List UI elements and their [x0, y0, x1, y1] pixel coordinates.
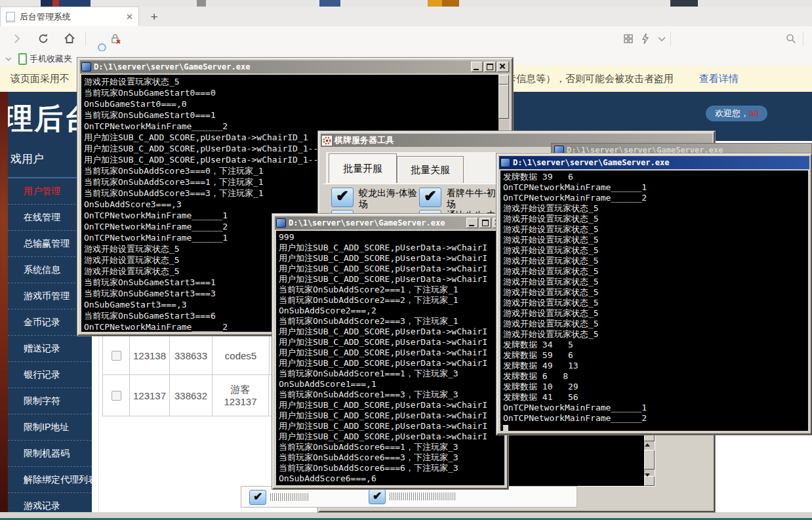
console-log-line: OnSubAddScore6===,6: [279, 473, 504, 484]
console-log-line: 当前玩家OnSubGameStart0===1: [84, 110, 509, 121]
maximize-button[interactable]: [484, 62, 496, 72]
close-button[interactable]: [497, 62, 509, 72]
dialog-title: 棋牌服务器工具: [335, 134, 394, 146]
tab-title: 后台管理系统: [20, 11, 121, 23]
tab-close-icon[interactable]: [126, 13, 133, 20]
sidebar-item[interactable]: 游戏记录: [8, 492, 92, 512]
chevron-down-icon[interactable]: [655, 32, 668, 45]
console-log-line: 发牌数据 49 13: [503, 361, 808, 371]
lightning-icon[interactable]: [639, 32, 652, 45]
console-log-line: 发牌数据 34 5: [503, 340, 808, 350]
home-icon[interactable]: [63, 32, 76, 45]
tab-batch-close[interactable]: 批量关服: [397, 156, 464, 183]
desktop-sliver: [442, 0, 459, 7]
console-a-titlebar[interactable]: D:\1\server\server\GameServer.exe: [80, 60, 510, 73]
view-details-link[interactable]: 查看详情: [699, 73, 739, 85]
tab-bar: 后台管理系统 +: [0, 7, 812, 27]
console-log-line: 用户加注SUB_C_ADD_SCORE,pUserData->wChairI: [279, 400, 504, 410]
game-option-1[interactable]: ✔ 蛟龙出海-体验场: [331, 188, 420, 210]
console-log-line: 用户加注SUB_C_ADD_SCORE,pUserData->wChairI: [279, 410, 504, 421]
maximize-button[interactable]: [479, 218, 491, 228]
console-window-c: D:\1\server\server\GameServer.exe 999用户加…: [272, 214, 508, 489]
desktop-sliver: [197, 0, 206, 7]
checkbox-checked-icon[interactable]: ✔: [419, 188, 441, 207]
console-b-output: 发牌数据 39 6OnTCPNetworkMainFrame______1OnT…: [500, 170, 808, 431]
console-c-titlebar[interactable]: D:\1\server\server\GameServer.exe: [275, 216, 506, 230]
welcome-badge: 欢迎您，ad: [706, 106, 767, 121]
console-log-line: 用户加注SUB_C_ADD_SCORE,pUserData->wChairI: [279, 253, 504, 264]
console-log-line: 用户加注SUB_C_ADD_SCORE,pUserData->wChairI: [279, 243, 504, 253]
scroll-thumb[interactable]: [498, 85, 509, 119]
console-log-line: 发牌数据 41 56: [503, 392, 808, 403]
tab-batch-open[interactable]: 批量开服: [329, 153, 397, 183]
checkbox-checked-icon[interactable]: ✔: [331, 188, 354, 207]
checkbox-checked-icon[interactable]: ✔: [369, 489, 386, 504]
sidebar-item[interactable]: 赠送记录: [8, 335, 92, 361]
console-log-line: 用户加注SUB_C_ADD_SCORE,pUserData->wChairI: [279, 421, 504, 431]
cell-account-num: 338633: [170, 336, 213, 374]
console-log-line: OnTCPNetworkMainFrame______1: [503, 403, 808, 413]
sidebar-item[interactable]: 解除绑定代理列表: [8, 466, 92, 492]
table-row: 123137 338632 游客 123137: [102, 375, 272, 416]
console-b-titlebar[interactable]: D:\1\server\server\GameServer.exe: [499, 156, 809, 169]
row-checkbox[interactable]: [112, 351, 121, 361]
cell-user-name: codes5: [213, 336, 270, 374]
console-log-line: 游戏开始设置玩家状态_5: [503, 287, 808, 298]
console-log-line: 当前玩家OnSubAddScore6===6，下注玩家_3: [279, 463, 504, 473]
sidebar-item[interactable]: 银行记录: [8, 361, 92, 388]
console-log-line: 游戏开始设置玩家状态_5: [503, 308, 808, 319]
bookmark-item[interactable]: 手机收藏夹: [30, 53, 72, 65]
desktop-sliver: [59, 0, 91, 7]
console-log-line: 游戏开始设置玩家状态_5: [84, 76, 509, 87]
game-option-2[interactable]: ✔ 看牌牛牛-初级场: [419, 188, 508, 210]
desktop-sliver: [319, 0, 340, 7]
row-checkbox[interactable]: [112, 391, 121, 401]
new-tab-button[interactable]: +: [146, 9, 163, 25]
console-window-b: D:\1\server\server\GameServer.exe 发牌数据 3…: [497, 153, 812, 435]
console-log-line: 用户加注SUB_C_ADD_SCORE,pUserData->wChairI: [279, 431, 504, 442]
console-log-line: OnSubAddScore1===,1: [279, 379, 504, 390]
desktop-sliver: [428, 0, 442, 7]
console-log-line: 当前玩家OnSubAddScore1===3，下注玩家_3: [279, 390, 504, 400]
minimize-button[interactable]: [466, 218, 478, 228]
apps-grid-icon[interactable]: [622, 32, 635, 45]
desktop-top-strip: [0, 0, 812, 7]
obscured-checkbox-label: [270, 493, 308, 501]
minimize-button[interactable]: [471, 62, 483, 72]
cell-user-id: 123138: [130, 336, 170, 374]
sidebar-item[interactable]: 限制机器码: [8, 440, 92, 466]
divider: [803, 31, 803, 46]
console-log-line: 当前玩家OnSubAddScore6===3，下注玩家_3: [279, 452, 504, 463]
desktop-sliver: [41, 0, 52, 7]
console-log-line: 发牌数据 6 8: [503, 371, 808, 382]
console-icon: [500, 158, 510, 167]
refresh-icon[interactable]: [37, 32, 50, 45]
forward-icon[interactable]: [10, 32, 24, 45]
console-log-line: 游戏开始设置玩家状态_5: [503, 319, 808, 329]
console-b-log: 发牌数据 39 6OnTCPNetworkMainFrame______1OnT…: [500, 170, 808, 424]
console-log-line: 用户加注SUB_C_ADD_SCORE,pUserData->wChairI: [279, 274, 504, 285]
bookmarks-chevron-icon[interactable]: [4, 54, 13, 64]
browser-tab[interactable]: 后台管理系统: [0, 7, 139, 26]
tab-favicon-icon: [6, 12, 15, 22]
scroll-up-button[interactable]: [498, 75, 509, 85]
divider: [85, 31, 86, 46]
console-b-title: D:\1\server\server\GameServer.exe: [513, 158, 669, 167]
sidebar-item[interactable]: 限制IP地址: [8, 414, 92, 440]
console-log-line: 发牌数据 10 29: [503, 382, 808, 392]
sidebar-item[interactable]: 限制字符: [8, 388, 92, 414]
scroll-down-button[interactable]: [644, 476, 655, 486]
listbox-scrollbar[interactable]: [644, 431, 655, 486]
warning-text-right: 卡信息等），否则可能会被攻击者盗用: [506, 73, 674, 85]
warning-text-left: 该页面采用不: [10, 73, 70, 85]
obscured-checkbox-label: [390, 492, 455, 500]
checkbox-checked-icon[interactable]: ✔: [249, 490, 266, 505]
divider: [670, 31, 671, 46]
insecure-lock-icon[interactable]: [109, 32, 122, 45]
scroll-thumb[interactable]: [644, 450, 655, 470]
console-log-line: 游戏开始设置玩家状态_5: [503, 214, 808, 224]
console-log-line: 游戏开始设置玩家状态_5: [503, 235, 808, 245]
console-log-line: 当前玩家OnSubAddScore2===1，下注玩家_1: [279, 285, 504, 295]
console-log-line: 游戏开始设置玩家状态_5: [503, 245, 808, 256]
search-icon[interactable]: [784, 32, 798, 45]
